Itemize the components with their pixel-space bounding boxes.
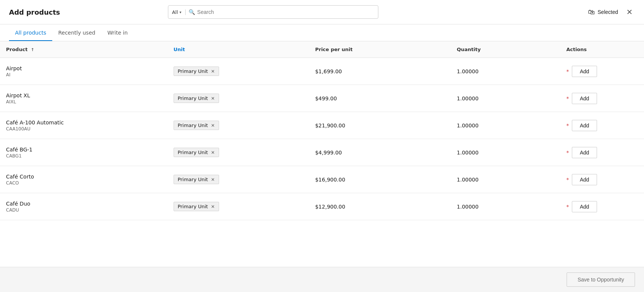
- product-cell: Airpot XL AIXL: [0, 85, 168, 112]
- selected-button[interactable]: 🛍 Selected: [588, 8, 618, 16]
- product-name: Café Corto: [6, 174, 162, 180]
- unit-cell: Primary Unit ✕: [168, 193, 309, 220]
- table-row: Café Corto CACO Primary Unit ✕ $16,900.0…: [0, 166, 644, 193]
- product-cell: Café A-100 Automatic CAA100AU: [0, 112, 168, 139]
- add-product-button[interactable]: Add: [572, 174, 597, 185]
- unit-tag: Primary Unit ✕: [174, 202, 219, 211]
- table-row: Airpot XL AIXL Primary Unit ✕ $499.00 1.…: [0, 85, 644, 112]
- product-name: Airpot XL: [6, 92, 162, 98]
- unit-tag-label: Primary Unit: [178, 177, 208, 182]
- product-code: CACO: [6, 180, 162, 186]
- table-row: Airpot AI Primary Unit ✕ $1,699.00 1.000…: [0, 58, 644, 85]
- close-button[interactable]: ✕: [624, 8, 635, 17]
- product-cell: Café Duo CADU: [0, 193, 168, 220]
- products-table: Product ↑ Unit Price per unit Quantity A…: [0, 41, 644, 220]
- table-header-row: Product ↑ Unit Price per unit Quantity A…: [0, 41, 644, 58]
- add-product-button[interactable]: Add: [572, 120, 597, 131]
- required-indicator: *: [566, 95, 569, 101]
- unit-tag: Primary Unit ✕: [174, 148, 219, 157]
- add-product-button[interactable]: Add: [572, 201, 597, 212]
- search-bar: All ▾ 🔍: [168, 5, 378, 19]
- unit-tag-label: Primary Unit: [178, 204, 208, 209]
- tab-all-products[interactable]: All products: [9, 24, 52, 41]
- quantity-cell: 1.00000: [451, 58, 560, 85]
- product-name: Airpot: [6, 65, 162, 71]
- quantity-cell: 1.00000: [451, 85, 560, 112]
- product-cell: Café Corto CACO: [0, 166, 168, 193]
- table-row: Café Duo CADU Primary Unit ✕ $12,900.00 …: [0, 193, 644, 220]
- unit-tag: Primary Unit ✕: [174, 121, 219, 130]
- product-cell: Café BG-1 CABG1: [0, 139, 168, 166]
- add-product-button[interactable]: Add: [572, 147, 597, 158]
- unit-tag-remove-button[interactable]: ✕: [211, 123, 215, 128]
- col-header-quantity: Quantity: [451, 41, 560, 58]
- product-name: Café BG-1: [6, 147, 162, 153]
- quantity-cell: 1.00000: [451, 139, 560, 166]
- filter-label: All: [172, 9, 178, 15]
- product-code: AI: [6, 72, 162, 77]
- col-header-price: Price per unit: [309, 41, 451, 58]
- price-cell: $1,699.00: [309, 58, 451, 85]
- tab-write-in[interactable]: Write in: [101, 24, 134, 41]
- unit-tag: Primary Unit ✕: [174, 175, 219, 184]
- modal-header: Add products All ▾ 🔍 🛍 Selected ✕: [0, 0, 644, 24]
- unit-tag-remove-button[interactable]: ✕: [211, 150, 215, 155]
- unit-tag: Primary Unit ✕: [174, 67, 219, 76]
- unit-cell: Primary Unit ✕: [168, 85, 309, 112]
- unit-tag: Primary Unit ✕: [174, 94, 219, 103]
- product-code: AIXL: [6, 99, 162, 104]
- unit-tag-label: Primary Unit: [178, 68, 208, 74]
- unit-cell: Primary Unit ✕: [168, 58, 309, 85]
- unit-tag-label: Primary Unit: [178, 123, 208, 128]
- product-name: Café A-100 Automatic: [6, 120, 162, 126]
- actions-cell: * Add: [560, 139, 644, 166]
- product-cell: Airpot AI: [0, 58, 168, 85]
- col-header-actions: Actions: [560, 41, 644, 58]
- save-to-opportunity-button[interactable]: Save to Opportunity: [567, 272, 635, 287]
- unit-tag-remove-button[interactable]: ✕: [211, 96, 215, 101]
- quantity-cell: 1.00000: [451, 166, 560, 193]
- actions-cell: * Add: [560, 112, 644, 139]
- price-cell: $12,900.00: [309, 193, 451, 220]
- table-row: Café A-100 Automatic CAA100AU Primary Un…: [0, 112, 644, 139]
- required-indicator: *: [566, 177, 569, 183]
- add-product-button[interactable]: Add: [572, 93, 597, 104]
- add-products-modal: Add products All ▾ 🔍 🛍 Selected ✕ All pr…: [0, 0, 644, 292]
- required-indicator: *: [566, 150, 569, 156]
- products-table-container: Product ↑ Unit Price per unit Quantity A…: [0, 41, 644, 267]
- table-row: Café BG-1 CABG1 Primary Unit ✕ $4,999.00…: [0, 139, 644, 166]
- add-product-button[interactable]: Add: [572, 66, 597, 77]
- search-input[interactable]: [197, 9, 374, 15]
- unit-cell: Primary Unit ✕: [168, 139, 309, 166]
- product-code: CADU: [6, 207, 162, 213]
- product-code: CAA100AU: [6, 126, 162, 132]
- required-indicator: *: [566, 123, 569, 129]
- unit-tag-remove-button[interactable]: ✕: [211, 177, 215, 182]
- quantity-cell: 1.00000: [451, 193, 560, 220]
- price-cell: $4,999.00: [309, 139, 451, 166]
- unit-tag-remove-button[interactable]: ✕: [211, 69, 215, 74]
- selected-label: Selected: [598, 9, 618, 15]
- product-code: CABG1: [6, 153, 162, 159]
- quantity-cell: 1.00000: [451, 112, 560, 139]
- modal-title: Add products: [9, 8, 60, 16]
- search-filter-dropdown[interactable]: All ▾: [172, 9, 186, 15]
- required-indicator: *: [566, 204, 569, 210]
- required-indicator: *: [566, 68, 569, 74]
- chevron-down-icon: ▾: [180, 10, 181, 14]
- header-right: 🛍 Selected ✕: [588, 8, 635, 17]
- modal-footer: Save to Opportunity: [0, 267, 644, 292]
- unit-tag-remove-button[interactable]: ✕: [211, 204, 215, 209]
- unit-cell: Primary Unit ✕: [168, 112, 309, 139]
- actions-cell: * Add: [560, 166, 644, 193]
- unit-tag-label: Primary Unit: [178, 95, 208, 101]
- tabs-bar: All products Recently used Write in: [0, 24, 644, 41]
- col-header-unit: Unit: [168, 41, 309, 58]
- price-cell: $21,900.00: [309, 112, 451, 139]
- search-icon: 🔍: [189, 9, 195, 15]
- price-cell: $16,900.00: [309, 166, 451, 193]
- shopping-bag-icon: 🛍: [588, 8, 595, 16]
- tab-recently-used[interactable]: Recently used: [52, 24, 101, 41]
- unit-tag-label: Primary Unit: [178, 150, 208, 155]
- price-cell: $499.00: [309, 85, 451, 112]
